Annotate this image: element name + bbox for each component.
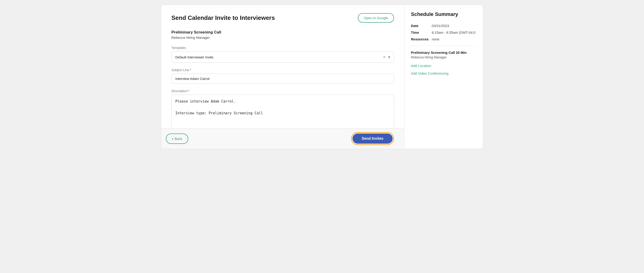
description-textarea[interactable]: Please interview Adam Carrol. Interview …	[172, 95, 394, 129]
time-value: 8:15am - 8:35am (GMT-04:0	[432, 30, 476, 34]
back-arrow-icon: ‹	[172, 136, 173, 141]
main-header: Send Calendar Invite to Interviewers Ope…	[172, 13, 394, 23]
time-label: Time	[411, 30, 432, 34]
chevron-down-icon[interactable]: ▾	[388, 54, 390, 60]
interview-subtitle: Rebecca Hiring Manager	[172, 36, 394, 40]
main-panel: Send Calendar Invite to Interviewers Ope…	[161, 4, 404, 149]
description-label: Description*	[172, 89, 394, 93]
summary-date-row: Date 03/31/2023	[411, 24, 476, 28]
template-icons: ✕ ▾	[383, 54, 390, 60]
send-invites-wrapper: Send Invites	[351, 132, 394, 145]
templates-select-value: Default Interviewer Invite	[175, 55, 383, 59]
add-video-conferencing-link[interactable]: Add Video Conferencing	[411, 71, 476, 75]
resources-label: Resources	[411, 37, 432, 41]
add-location-link[interactable]: Add Location	[411, 64, 476, 68]
date-label: Date	[411, 24, 432, 28]
bottom-bar: ‹ Back Send Invites	[161, 128, 404, 149]
templates-select[interactable]: Default Interviewer Invite ✕ ▾	[172, 52, 394, 62]
description-required-marker: *	[188, 89, 190, 93]
page-title: Send Calendar Invite to Interviewers	[172, 14, 275, 22]
summary-divider	[411, 46, 476, 46]
event-subtitle: Rebecca Hiring Manager	[411, 56, 476, 59]
date-value: 03/31/2023	[432, 24, 449, 28]
event-title: Preliminary Screening Call 20 Min	[411, 50, 476, 54]
summary-resources-row: Resources none	[411, 37, 476, 41]
clear-icon[interactable]: ✕	[383, 55, 386, 59]
summary-time-row: Time 8:15am - 8:35am (GMT-04:0	[411, 30, 476, 34]
resources-value: none	[432, 37, 439, 41]
interview-title: Preliminary Screening Call	[172, 30, 394, 35]
subject-input[interactable]	[172, 74, 394, 84]
side-panel: Schedule Summary Date 03/31/2023 Time 8:…	[404, 4, 483, 149]
back-button[interactable]: ‹ Back	[166, 134, 188, 144]
templates-label: Templates	[172, 46, 394, 50]
subject-required-marker: *	[190, 68, 191, 72]
subject-label: Subject Line*	[172, 68, 394, 72]
send-invites-button[interactable]: Send Invites	[352, 134, 393, 144]
schedule-summary-title: Schedule Summary	[411, 11, 476, 17]
open-google-button[interactable]: Open in Google	[358, 13, 394, 23]
